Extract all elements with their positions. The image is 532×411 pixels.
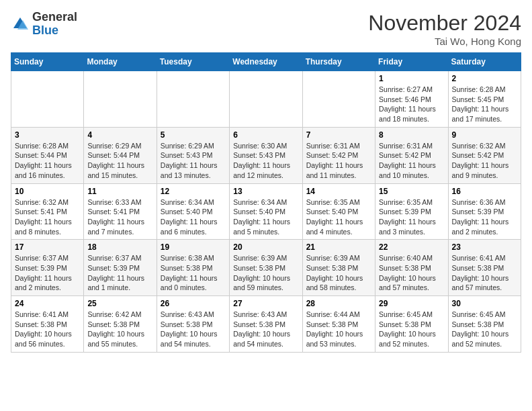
logo-general: General: [32, 10, 77, 24]
col-friday: Friday: [375, 53, 448, 71]
table-row: 21Sunrise: 6:39 AM Sunset: 5:38 PM Dayli…: [302, 240, 375, 296]
day-number: 29: [379, 299, 444, 308]
table-row: [230, 71, 302, 128]
day-number: 1: [379, 74, 444, 83]
day-info: Sunrise: 6:39 AM Sunset: 5:38 PM Dayligh…: [233, 253, 298, 293]
day-number: 6: [233, 130, 298, 140]
day-info: Sunrise: 6:32 AM Sunset: 5:42 PM Dayligh…: [452, 141, 517, 181]
day-info: Sunrise: 6:34 AM Sunset: 5:40 PM Dayligh…: [233, 197, 298, 237]
day-number: 5: [161, 130, 226, 140]
day-number: 4: [87, 130, 152, 140]
table-row: 28Sunrise: 6:44 AM Sunset: 5:38 PM Dayli…: [302, 296, 375, 353]
table-row: 5Sunrise: 6:29 AM Sunset: 5:43 PM Daylig…: [157, 127, 229, 183]
day-number: 26: [161, 299, 226, 308]
calendar-table: Sunday Monday Tuesday Wednesday Thursday…: [11, 52, 521, 353]
calendar-week-row: 1Sunrise: 6:27 AM Sunset: 5:46 PM Daylig…: [11, 71, 521, 128]
day-info: Sunrise: 6:31 AM Sunset: 5:42 PM Dayligh…: [306, 141, 371, 181]
table-row: 13Sunrise: 6:34 AM Sunset: 5:40 PM Dayli…: [230, 183, 302, 240]
day-number: 18: [87, 242, 152, 252]
table-row: 12Sunrise: 6:34 AM Sunset: 5:40 PM Dayli…: [157, 183, 229, 240]
day-info: Sunrise: 6:36 AM Sunset: 5:39 PM Dayligh…: [452, 197, 517, 237]
day-info: Sunrise: 6:35 AM Sunset: 5:40 PM Dayligh…: [306, 197, 371, 237]
day-info: Sunrise: 6:27 AM Sunset: 5:46 PM Dayligh…: [379, 85, 444, 124]
table-row: 18Sunrise: 6:37 AM Sunset: 5:39 PM Dayli…: [84, 240, 157, 296]
table-row: 26Sunrise: 6:43 AM Sunset: 5:38 PM Dayli…: [157, 296, 229, 353]
day-info: Sunrise: 6:43 AM Sunset: 5:38 PM Dayligh…: [161, 310, 226, 349]
day-info: Sunrise: 6:32 AM Sunset: 5:41 PM Dayligh…: [15, 197, 80, 237]
day-number: 10: [15, 187, 80, 196]
day-number: 23: [452, 242, 517, 252]
page-header: General Blue November 2024 Tai Wo, Hong …: [11, 11, 521, 47]
logo: General Blue: [11, 11, 77, 38]
day-info: Sunrise: 6:28 AM Sunset: 5:44 PM Dayligh…: [15, 141, 80, 181]
calendar-week-row: 24Sunrise: 6:41 AM Sunset: 5:38 PM Dayli…: [11, 296, 521, 353]
table-row: 1Sunrise: 6:27 AM Sunset: 5:46 PM Daylig…: [375, 71, 448, 128]
table-row: 23Sunrise: 6:41 AM Sunset: 5:38 PM Dayli…: [448, 240, 521, 296]
table-row: 2Sunrise: 6:28 AM Sunset: 5:45 PM Daylig…: [448, 71, 521, 128]
day-number: 30: [452, 299, 517, 308]
day-number: 11: [87, 187, 152, 196]
table-row: 20Sunrise: 6:39 AM Sunset: 5:38 PM Dayli…: [230, 240, 302, 296]
col-monday: Monday: [84, 53, 157, 71]
day-info: Sunrise: 6:45 AM Sunset: 5:38 PM Dayligh…: [452, 310, 517, 349]
day-number: 17: [15, 242, 80, 252]
day-number: 21: [306, 242, 371, 252]
day-info: Sunrise: 6:30 AM Sunset: 5:43 PM Dayligh…: [233, 141, 298, 181]
table-row: [157, 71, 229, 128]
day-info: Sunrise: 6:29 AM Sunset: 5:43 PM Dayligh…: [161, 141, 226, 181]
day-info: Sunrise: 6:33 AM Sunset: 5:41 PM Dayligh…: [87, 197, 152, 237]
day-info: Sunrise: 6:45 AM Sunset: 5:38 PM Dayligh…: [379, 310, 444, 349]
day-number: 7: [306, 130, 371, 140]
day-number: 27: [233, 299, 298, 308]
table-row: 6Sunrise: 6:30 AM Sunset: 5:43 PM Daylig…: [230, 127, 302, 183]
col-sunday: Sunday: [11, 53, 84, 71]
table-row: 27Sunrise: 6:43 AM Sunset: 5:38 PM Dayli…: [230, 296, 302, 353]
col-saturday: Saturday: [448, 53, 521, 71]
table-row: 3Sunrise: 6:28 AM Sunset: 5:44 PM Daylig…: [11, 127, 84, 183]
table-row: 9Sunrise: 6:32 AM Sunset: 5:42 PM Daylig…: [448, 127, 521, 183]
day-info: Sunrise: 6:42 AM Sunset: 5:38 PM Dayligh…: [87, 310, 152, 349]
col-tuesday: Tuesday: [157, 53, 229, 71]
calendar-week-row: 17Sunrise: 6:37 AM Sunset: 5:39 PM Dayli…: [11, 240, 521, 296]
table-row: 29Sunrise: 6:45 AM Sunset: 5:38 PM Dayli…: [375, 296, 448, 353]
table-row: 11Sunrise: 6:33 AM Sunset: 5:41 PM Dayli…: [84, 183, 157, 240]
table-row: 24Sunrise: 6:41 AM Sunset: 5:38 PM Dayli…: [11, 296, 84, 353]
logo-text: General Blue: [32, 11, 77, 38]
calendar-header: Sunday Monday Tuesday Wednesday Thursday…: [11, 53, 521, 71]
table-row: 8Sunrise: 6:31 AM Sunset: 5:42 PM Daylig…: [375, 127, 448, 183]
calendar-body: 1Sunrise: 6:27 AM Sunset: 5:46 PM Daylig…: [11, 71, 521, 353]
day-number: 25: [87, 299, 152, 308]
calendar-week-row: 3Sunrise: 6:28 AM Sunset: 5:44 PM Daylig…: [11, 127, 521, 183]
day-number: 28: [306, 299, 371, 308]
day-info: Sunrise: 6:43 AM Sunset: 5:38 PM Dayligh…: [233, 310, 298, 349]
day-number: 22: [379, 242, 444, 252]
table-row: 17Sunrise: 6:37 AM Sunset: 5:39 PM Dayli…: [11, 240, 84, 296]
table-row: 14Sunrise: 6:35 AM Sunset: 5:40 PM Dayli…: [302, 183, 375, 240]
day-info: Sunrise: 6:41 AM Sunset: 5:38 PM Dayligh…: [15, 310, 80, 349]
day-info: Sunrise: 6:35 AM Sunset: 5:39 PM Dayligh…: [379, 197, 444, 237]
day-number: 2: [452, 74, 517, 83]
table-row: 30Sunrise: 6:45 AM Sunset: 5:38 PM Dayli…: [448, 296, 521, 353]
day-info: Sunrise: 6:44 AM Sunset: 5:38 PM Dayligh…: [306, 310, 371, 349]
table-row: [84, 71, 157, 128]
table-row: 15Sunrise: 6:35 AM Sunset: 5:39 PM Dayli…: [375, 183, 448, 240]
day-number: 19: [161, 242, 226, 252]
table-row: 19Sunrise: 6:38 AM Sunset: 5:38 PM Dayli…: [157, 240, 229, 296]
day-number: 15: [379, 187, 444, 196]
table-row: 22Sunrise: 6:40 AM Sunset: 5:38 PM Dayli…: [375, 240, 448, 296]
table-row: 4Sunrise: 6:29 AM Sunset: 5:44 PM Daylig…: [84, 127, 157, 183]
day-info: Sunrise: 6:40 AM Sunset: 5:38 PM Dayligh…: [379, 253, 444, 293]
day-number: 3: [15, 130, 80, 140]
title-block: November 2024 Tai Wo, Hong Kong: [368, 11, 521, 47]
col-thursday: Thursday: [302, 53, 375, 71]
table-row: [302, 71, 375, 128]
logo-blue: Blue: [32, 24, 58, 37]
day-number: 9: [452, 130, 517, 140]
day-info: Sunrise: 6:28 AM Sunset: 5:45 PM Dayligh…: [452, 85, 517, 124]
day-header-row: Sunday Monday Tuesday Wednesday Thursday…: [11, 53, 521, 71]
day-info: Sunrise: 6:41 AM Sunset: 5:38 PM Dayligh…: [452, 253, 517, 293]
day-info: Sunrise: 6:38 AM Sunset: 5:38 PM Dayligh…: [161, 253, 226, 293]
day-number: 16: [452, 187, 517, 196]
table-row: 25Sunrise: 6:42 AM Sunset: 5:38 PM Dayli…: [84, 296, 157, 353]
table-row: 10Sunrise: 6:32 AM Sunset: 5:41 PM Dayli…: [11, 183, 84, 240]
